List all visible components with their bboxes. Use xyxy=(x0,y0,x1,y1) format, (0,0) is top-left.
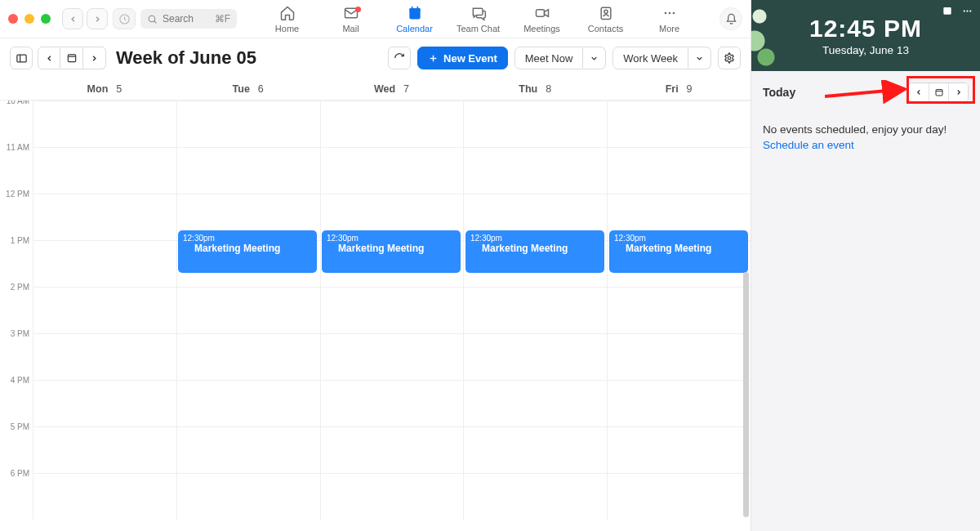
hour-cell[interactable] xyxy=(607,333,751,380)
hour-cell[interactable] xyxy=(320,287,464,333)
hour-cell[interactable] xyxy=(320,380,464,426)
more-horizontal-icon[interactable] xyxy=(961,5,973,17)
hour-cell[interactable] xyxy=(176,333,320,380)
hour-cell[interactable] xyxy=(33,100,176,147)
hour-label: 6 PM xyxy=(0,469,33,515)
hour-cell[interactable] xyxy=(176,426,320,473)
search-input[interactable]: Search ⌘F xyxy=(140,9,237,29)
day-header: Wed7 xyxy=(320,83,464,95)
more-icon xyxy=(662,5,678,21)
tab-calendar[interactable]: Calendar xyxy=(383,5,447,33)
hour-cell[interactable] xyxy=(607,473,751,520)
hour-cell[interactable] xyxy=(33,287,176,333)
hour-cell[interactable] xyxy=(607,147,751,194)
chevron-down-icon xyxy=(695,54,704,63)
hour-cell[interactable] xyxy=(463,473,607,520)
view-mode-button[interactable]: Work Week xyxy=(612,47,688,69)
tab-team-chat[interactable]: Team Chat xyxy=(447,5,510,33)
search-icon xyxy=(147,14,158,25)
tab-mail[interactable]: Mail xyxy=(319,5,383,33)
hour-cell[interactable] xyxy=(320,473,464,520)
calendar-grid[interactable]: 10 AM11 AM12 PM1 PM2 PM3 PM4 PM5 PM6 PM … xyxy=(0,100,751,531)
hour-cell[interactable] xyxy=(463,333,607,380)
tab-home[interactable]: Home xyxy=(256,5,319,33)
hour-cell[interactable] xyxy=(33,147,176,194)
tab-team-chat-label: Team Chat xyxy=(457,24,500,33)
hour-cell[interactable] xyxy=(463,147,607,194)
tab-more[interactable]: More xyxy=(638,5,702,33)
tab-mail-label: Mail xyxy=(342,24,359,33)
history-forward-button[interactable] xyxy=(87,8,108,29)
close-window-icon[interactable] xyxy=(8,14,18,24)
schedule-event-link[interactable]: Schedule an event xyxy=(763,139,854,151)
event-time: 12:30pm xyxy=(183,234,312,243)
calendar-toolbar: Week of June 05 New Event Meet Now Work … xyxy=(0,38,751,78)
week-next-button[interactable] xyxy=(83,47,106,69)
day-header: Tue6 xyxy=(176,83,320,95)
day-header: Mon5 xyxy=(33,83,176,95)
hour-cell[interactable] xyxy=(320,426,464,473)
calendar-event[interactable]: 12:30pmMarketing Meeting xyxy=(322,230,461,273)
hour-cell[interactable] xyxy=(320,333,464,380)
calendar-event[interactable]: 12:30pmMarketing Meeting xyxy=(609,230,748,273)
panel-icon xyxy=(16,52,28,65)
meet-now-dropdown[interactable] xyxy=(583,47,606,69)
hour-cell[interactable] xyxy=(463,380,607,426)
calendar-event[interactable]: 12:30pmMarketing Meeting xyxy=(178,230,317,273)
maximize-window-icon[interactable] xyxy=(41,14,51,24)
hour-cell[interactable] xyxy=(320,147,464,194)
minimize-window-icon[interactable] xyxy=(24,14,34,24)
hour-cell[interactable] xyxy=(607,380,751,426)
tab-meetings[interactable]: Meetings xyxy=(510,5,574,33)
hour-cell[interactable] xyxy=(176,473,320,520)
toggle-sidebar-button[interactable] xyxy=(10,47,33,69)
calendar-event[interactable]: 12:30pmMarketing Meeting xyxy=(466,230,604,273)
contacts-icon xyxy=(598,5,614,21)
titlebar: Search ⌘F Home Mail Calendar xyxy=(0,0,751,38)
new-event-button[interactable]: New Event xyxy=(417,47,508,69)
event-title: Marketing Meeting xyxy=(482,243,599,254)
hour-cell[interactable] xyxy=(33,426,176,473)
tab-more-label: More xyxy=(659,24,679,33)
hour-cell[interactable] xyxy=(33,380,176,426)
hour-cell[interactable] xyxy=(320,100,464,147)
day-header-row: Mon5 Tue6 Wed7 Thu8 Fri9 xyxy=(0,78,751,100)
hour-cell[interactable] xyxy=(463,100,607,147)
calendar-settings-button[interactable] xyxy=(718,47,741,69)
today-next-button[interactable] xyxy=(948,83,968,101)
hour-cell[interactable] xyxy=(33,473,176,520)
app-tabs: Home Mail Calendar Team Chat Meet xyxy=(242,5,715,33)
week-prev-button[interactable] xyxy=(38,47,60,69)
hour-cell[interactable] xyxy=(607,100,751,147)
hour-cell[interactable] xyxy=(176,287,320,333)
hour-cell[interactable] xyxy=(463,287,607,333)
scrollbar[interactable] xyxy=(743,272,749,517)
hour-cell[interactable] xyxy=(176,100,320,147)
svg-line-2 xyxy=(154,20,157,23)
view-mode-dropdown[interactable] xyxy=(688,47,711,69)
hour-cell[interactable] xyxy=(33,333,176,380)
calendar-mini-icon[interactable] xyxy=(942,5,953,16)
hour-cell[interactable] xyxy=(463,426,607,473)
hour-cell[interactable] xyxy=(33,194,176,240)
hour-cell[interactable] xyxy=(607,287,751,333)
side-panel: 12:45 PM Tuesday, June 13 Today No event… xyxy=(751,0,980,531)
refresh-button[interactable] xyxy=(388,47,411,69)
svg-point-12 xyxy=(664,11,666,14)
today-jump-button[interactable] xyxy=(929,83,948,101)
meet-now-button[interactable]: Meet Now xyxy=(514,47,584,69)
hour-cell[interactable] xyxy=(33,240,176,287)
event-time: 12:30pm xyxy=(470,234,599,243)
hour-cell[interactable] xyxy=(176,380,320,426)
hour-cell[interactable] xyxy=(607,426,751,473)
clock-time: 12:45 PM xyxy=(809,15,922,42)
history-back-button[interactable] xyxy=(62,8,83,29)
today-prev-button[interactable] xyxy=(909,83,929,101)
week-today-button[interactable] xyxy=(60,47,83,69)
notifications-button[interactable] xyxy=(719,7,742,30)
calendar-small-icon xyxy=(934,87,944,97)
tab-contacts[interactable]: Contacts xyxy=(574,5,638,33)
hour-label: 12 PM xyxy=(0,190,33,236)
hour-cell[interactable] xyxy=(176,147,320,194)
history-button[interactable] xyxy=(113,8,136,29)
